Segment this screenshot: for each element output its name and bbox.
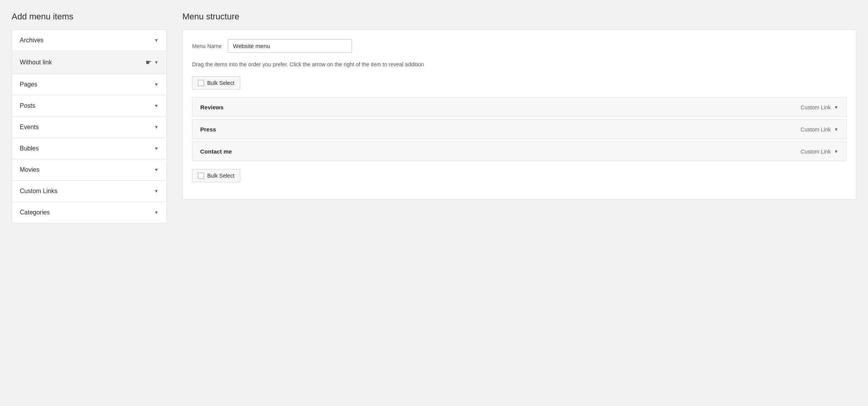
menu-item-type-wrapper-contact-me: Custom Link▼ — [800, 149, 839, 155]
accordion-item-without-link[interactable]: Without link☛▼ — [12, 51, 166, 74]
menu-item-press[interactable]: PressCustom Link▼ — [192, 119, 847, 139]
accordion-arrow-archives: ▼ — [154, 38, 159, 43]
menu-item-type-contact-me: Custom Link — [800, 149, 831, 155]
menu-name-label: Menu Name — [192, 43, 222, 49]
accordion-arrow-movies: ▼ — [154, 167, 159, 173]
accordion-label-without-link: Without link — [20, 59, 52, 66]
accordion-item-events[interactable]: Events▼ — [12, 117, 166, 138]
accordion-arrow-categories: ▼ — [154, 210, 159, 215]
menu-item-name-contact-me: Contact me — [200, 148, 232, 155]
cursor-hand-icon: ☛ — [146, 58, 152, 67]
menu-item-type-reviews: Custom Link — [800, 104, 831, 111]
menu-item-reviews[interactable]: ReviewsCustom Link▼ — [192, 97, 847, 117]
accordion-label-archives: Archives — [20, 37, 43, 44]
bulk-select-bottom-button[interactable]: Bulk Select — [192, 169, 240, 182]
menu-item-arrow-reviews[interactable]: ▼ — [834, 105, 839, 110]
menu-items-list: ReviewsCustom Link▼PressCustom Link▼Cont… — [192, 97, 847, 161]
bulk-select-bottom-row: Bulk Select — [192, 169, 847, 182]
accordion-item-custom-links[interactable]: Custom Links▼ — [12, 181, 166, 202]
accordion-arrow-posts: ▼ — [154, 103, 159, 109]
menu-item-type-wrapper-press: Custom Link▼ — [800, 126, 839, 133]
bulk-select-top-label: Bulk Select — [207, 80, 234, 86]
accordion-arrow-bubles: ▼ — [154, 146, 159, 151]
bulk-select-bottom-checkbox[interactable] — [198, 173, 204, 179]
bulk-select-top-checkbox[interactable] — [198, 80, 204, 86]
bulk-select-top-button[interactable]: Bulk Select — [192, 76, 240, 90]
add-menu-items-title: Add menu items — [12, 12, 167, 22]
accordion-item-movies[interactable]: Movies▼ — [12, 159, 166, 181]
bulk-select-top-row: Bulk Select — [192, 76, 847, 90]
accordion-item-categories[interactable]: Categories▼ — [12, 202, 166, 223]
accordion-arrow-pages: ▼ — [154, 82, 159, 87]
accordion-label-categories: Categories — [20, 209, 50, 216]
menu-name-input[interactable] — [228, 39, 352, 53]
accordion-container: Archives▼Without link☛▼Pages▼Posts▼Event… — [12, 29, 167, 223]
menu-item-name-press: Press — [200, 126, 216, 133]
accordion-item-archives[interactable]: Archives▼ — [12, 30, 166, 51]
menu-structure-box: Menu Name Drag the items into the order … — [182, 29, 856, 200]
accordion-label-movies: Movies — [20, 166, 40, 173]
menu-item-name-reviews: Reviews — [200, 104, 223, 111]
accordion-arrow-custom-links: ▼ — [154, 188, 159, 194]
accordion-label-custom-links: Custom Links — [20, 188, 57, 195]
accordion-label-posts: Posts — [20, 102, 35, 109]
bulk-select-bottom-label: Bulk Select — [207, 173, 234, 179]
accordion-arrow-without-link: ▼ — [154, 60, 159, 65]
menu-structure-title: Menu structure — [182, 12, 856, 22]
accordion-label-bubles: Bubles — [20, 145, 39, 152]
accordion-item-pages[interactable]: Pages▼ — [12, 74, 166, 95]
menu-structure-panel: Menu structure Menu Name Drag the items … — [167, 12, 856, 406]
accordion-item-bubles[interactable]: Bubles▼ — [12, 138, 166, 159]
accordion-arrow-events: ▼ — [154, 124, 159, 130]
accordion-label-pages: Pages — [20, 81, 37, 88]
accordion-label-events: Events — [20, 124, 39, 131]
add-menu-items-panel: Add menu items Archives▼Without link☛▼Pa… — [12, 12, 167, 406]
menu-name-row: Menu Name — [192, 39, 847, 53]
menu-item-arrow-contact-me[interactable]: ▼ — [834, 149, 839, 154]
drag-instruction: Drag the items into the order you prefer… — [192, 60, 847, 69]
menu-item-type-wrapper-reviews: Custom Link▼ — [800, 104, 839, 111]
menu-item-contact-me[interactable]: Contact meCustom Link▼ — [192, 142, 847, 161]
menu-item-type-press: Custom Link — [800, 126, 831, 133]
menu-item-arrow-press[interactable]: ▼ — [834, 127, 839, 132]
accordion-item-posts[interactable]: Posts▼ — [12, 95, 166, 117]
